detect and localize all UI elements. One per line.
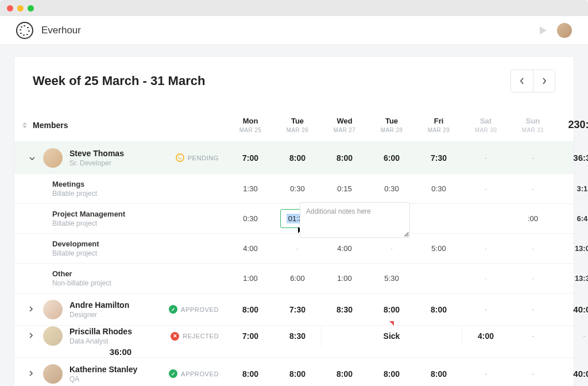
col-mon: MonMAR 25: [227, 117, 274, 133]
members-col-label: Members: [33, 121, 68, 130]
col-tue: TueMAR 26: [274, 117, 321, 133]
avatar: [43, 326, 63, 346]
browser-titlebar: [0, 0, 588, 16]
avatar: [43, 364, 63, 384]
app-logo-icon: [16, 22, 33, 39]
collapse-icon[interactable]: [29, 154, 36, 162]
notes-placeholder: Additional notes here: [306, 207, 371, 215]
task-row-dev: DevelopmentBillable project 4:00 - 4:00 …: [14, 234, 574, 264]
window-max-dot[interactable]: [28, 5, 34, 11]
member-row-katherine[interactable]: Katherine StanleyQA ✓APPROVED 8:00 8:00 …: [14, 358, 574, 386]
timesheet-table: Members MonMAR 25 TueMAR 26 WedMAR 27 Tu…: [14, 109, 574, 386]
avatar: [43, 148, 63, 168]
prev-week-button[interactable]: [511, 70, 533, 92]
notes-popup[interactable]: Additional notes here: [300, 202, 410, 238]
page-title: Week of 25 March - 31 March: [33, 74, 205, 88]
status-badge: PENDING: [176, 153, 223, 162]
task-row-other: OtherNon-billable project 1:00 6:00 1:00…: [14, 264, 574, 294]
expand-icon[interactable]: [29, 306, 36, 314]
app-header: Everhour: [0, 16, 588, 45]
expand-icon[interactable]: [29, 332, 36, 340]
col-fri: FriMAR 29: [415, 117, 462, 133]
expand-icon[interactable]: [29, 370, 36, 378]
sick-cell[interactable]: Sick: [321, 326, 462, 346]
approved-icon: ✓: [169, 305, 177, 314]
task-row-pm: Project ManagementBillable project 0:30 …: [14, 204, 574, 234]
col-sun: SunMAR 31: [509, 117, 556, 133]
rejected-icon: ✕: [171, 332, 179, 341]
window-close-dot[interactable]: [7, 5, 13, 11]
avatar: [43, 300, 63, 319]
member-row-andre[interactable]: Andre HamiltonDesigner ✓APPROVED 8:00 7:…: [14, 294, 574, 326]
alert-flag-icon: [389, 321, 394, 326]
member-row-steve[interactable]: Steve Thomas Sr. Developer PENDING 7:00 …: [14, 142, 574, 174]
play-icon[interactable]: [540, 26, 547, 34]
col-sat: SatMAR 30: [462, 117, 509, 133]
week-total: 230:00: [556, 119, 588, 131]
sort-icon[interactable]: [22, 122, 27, 128]
task-row-meetings: MeetingsBillable project 1:30 0:30 0:15 …: [14, 174, 574, 204]
approved-icon: ✓: [169, 369, 177, 378]
col-wed: WedMAR 27: [321, 117, 368, 133]
pending-icon: [176, 153, 184, 162]
col-thu: TueMAR 28: [368, 117, 415, 133]
member-row-priscilla[interactable]: Priscilla RhodesData Analyst ✕REJECTED 7…: [14, 326, 574, 358]
app-title: Everhour: [41, 25, 81, 36]
window-min-dot[interactable]: [17, 5, 24, 11]
week-nav: [510, 70, 555, 92]
table-header-row: Members MonMAR 25 TueMAR 26 WedMAR 27 Tu…: [14, 109, 574, 142]
next-week-button[interactable]: [533, 70, 555, 92]
timesheet-card: Week of 25 March - 31 March Members MonM…: [14, 56, 574, 386]
user-avatar[interactable]: [557, 23, 572, 38]
